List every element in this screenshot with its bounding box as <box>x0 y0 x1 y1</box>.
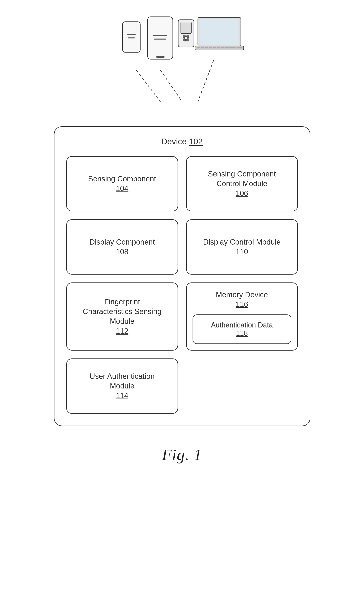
svg-rect-20 <box>213 47 216 48</box>
svg-rect-22 <box>221 47 224 48</box>
svg-rect-18 <box>205 47 208 48</box>
fig-caption-text: Fig. 1 <box>162 446 202 464</box>
svg-line-28 <box>160 70 182 102</box>
fingerprint-module-box: FingerprintCharacteristics SensingModule… <box>66 282 178 351</box>
svg-point-10 <box>186 35 189 38</box>
display-control-module-label: Display Control Module110 <box>203 237 281 257</box>
sensing-control-module-label: Sensing ComponentControl Module106 <box>208 169 276 198</box>
svg-rect-14 <box>200 19 239 45</box>
svg-rect-0 <box>123 22 140 52</box>
auth-data-label: Authentication Data118 <box>211 321 273 337</box>
svg-point-9 <box>183 35 186 38</box>
svg-rect-23 <box>225 47 228 48</box>
svg-rect-17 <box>201 47 204 48</box>
svg-rect-24 <box>228 47 232 48</box>
user-auth-module-box: User AuthenticationModule114 <box>66 359 178 414</box>
display-control-module-box: Display Control Module110 <box>186 219 298 275</box>
device-box: Device 102 Sensing Component104 Sensing … <box>54 126 310 426</box>
user-auth-module-label: User AuthenticationModule114 <box>90 372 155 401</box>
svg-point-11 <box>183 39 186 41</box>
fingerprint-module-label: FingerprintCharacteristics SensingModule… <box>83 297 161 336</box>
display-component-label: Display Component108 <box>89 237 155 257</box>
svg-rect-16 <box>197 47 200 48</box>
svg-rect-25 <box>232 47 235 48</box>
device-ref: 102 <box>189 137 203 146</box>
fig-caption: Fig. 1 <box>162 446 202 464</box>
svg-rect-6 <box>156 56 164 58</box>
device-box-label: Device 102 <box>66 137 298 146</box>
svg-rect-21 <box>217 47 220 48</box>
page-container: Device 102 Sensing Component104 Sensing … <box>0 0 364 464</box>
svg-line-27 <box>136 70 160 102</box>
memory-device-box: Memory Device116 Authentication Data118 <box>186 282 298 351</box>
modules-grid: Sensing Component104 Sensing ComponentCo… <box>66 156 298 414</box>
svg-rect-7 <box>178 20 194 47</box>
sensing-component-label: Sensing Component104 <box>88 174 156 194</box>
svg-rect-8 <box>181 22 191 33</box>
svg-rect-3 <box>148 17 173 59</box>
svg-rect-13 <box>198 17 241 46</box>
devices-illustration <box>93 12 271 122</box>
svg-line-29 <box>198 60 214 102</box>
sensing-control-module-box: Sensing ComponentControl Module106 <box>186 156 298 211</box>
svg-rect-26 <box>237 47 242 48</box>
memory-device-label: Memory Device116 <box>216 290 268 309</box>
display-component-box: Display Component108 <box>66 219 178 275</box>
svg-point-12 <box>186 39 189 41</box>
sensing-component-box: Sensing Component104 <box>66 156 178 211</box>
svg-rect-15 <box>195 46 244 50</box>
auth-data-box: Authentication Data118 <box>193 315 291 344</box>
svg-rect-19 <box>209 47 212 48</box>
